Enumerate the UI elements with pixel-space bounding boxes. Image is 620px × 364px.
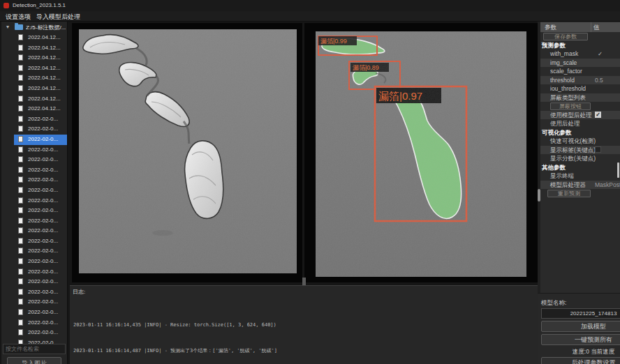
tree-item-label: 2022.04.12...	[28, 75, 61, 81]
checkbox-unchecked[interactable]	[595, 146, 601, 153]
tree-item[interactable]: 2022-02-0...	[1, 196, 67, 206]
tree-item[interactable]: 2022-02-0...	[1, 318, 67, 328]
tree-item[interactable]: 2022-02-0...	[1, 145, 67, 156]
param-row-scale-factor[interactable]: scale_factor	[540, 67, 620, 76]
params-header-name: 参数	[545, 24, 556, 32]
file-icon	[18, 268, 23, 275]
params-right-scrollbar-thumb[interactable]	[617, 162, 619, 178]
file-icon	[18, 167, 23, 173]
tree-item[interactable]: 2022-02-0...	[1, 277, 67, 287]
param-section-visualization: 可视化参数	[540, 128, 620, 137]
checkbox-checked[interactable]: ✓	[595, 112, 601, 118]
params-header-value: 值	[593, 24, 600, 32]
file-icon	[18, 227, 23, 234]
tree-item[interactable]: 2022-02-0...	[1, 185, 67, 196]
tree-item[interactable]: 2022-02-0...	[1, 246, 67, 257]
tree-item[interactable]: 2022-02-0...	[1, 124, 67, 135]
param-row-threshold[interactable]: threshold0.5	[540, 76, 620, 85]
predict-all-button[interactable]: 一键预测所有	[541, 334, 620, 345]
tree-root-label: Z:/5-标注数据/...	[26, 24, 66, 31]
menu-item-import-postprocess[interactable]: 导入模型后处理	[36, 13, 80, 22]
tree-item[interactable]: 2022-02-0...	[1, 216, 67, 227]
file-icon	[18, 187, 23, 193]
file-icon	[18, 278, 23, 285]
tree-item[interactable]: 2022.04.12...	[1, 43, 67, 54]
tree-item[interactable]: 2022-02-0...	[1, 257, 67, 267]
param-row-img-scale[interactable]: img_scale	[540, 59, 620, 68]
tree-item-label: 2022-02-0...	[28, 197, 58, 204]
param-row-show-labels[interactable]: 显示标签(关键点)	[540, 146, 620, 155]
tree-item-label: 2022-02-0...	[28, 176, 58, 183]
tree-item-label: 2022-02-0...	[28, 136, 58, 142]
save-params-button[interactable]: 保存参数	[543, 33, 588, 40]
tree-item[interactable]: 2022-02-0...	[1, 287, 67, 298]
file-icon	[18, 54, 23, 61]
splitter-handle[interactable]	[302, 278, 306, 285]
postprocess-settings-button[interactable]: 后处理参数设置	[541, 357, 620, 364]
tree-item[interactable]: 2022.04.12...	[1, 53, 67, 63]
search-input[interactable]	[3, 344, 66, 354]
model-name-label: 模型名称:	[541, 299, 566, 308]
tree-item-label: 2022.04.12...	[28, 34, 61, 40]
tree-item[interactable]: 2022-02-0...	[1, 114, 67, 125]
tree-item[interactable]: 2022-02-0...	[1, 206, 67, 216]
file-icon	[18, 105, 23, 112]
chevron-down-icon[interactable]: ▾	[6, 24, 9, 30]
tree-item[interactable]: 2022.04.12...	[1, 104, 67, 114]
tree-item[interactable]: 2022-02-0...	[1, 308, 67, 318]
tree-item-label: 2022-02-0...	[28, 258, 58, 264]
model-name-field[interactable]: 20221225_174813	[541, 308, 620, 319]
tree-item[interactable]: 2022.04.12...	[1, 94, 67, 105]
param-row-mask-button: 屏蔽按钮	[540, 102, 620, 111]
tree-item-label: 2022-02-0...	[28, 289, 58, 295]
param-row-show-scores[interactable]: 显示分数(关键点)	[540, 154, 620, 163]
param-row-mask-type-list[interactable]: 屏蔽类型列表	[540, 93, 620, 103]
original-image-panel[interactable]	[72, 23, 302, 282]
param-row-use-model-postprocess[interactable]: 使用模型后处理✓	[540, 111, 620, 120]
threshold-value[interactable]: 0.5	[595, 76, 603, 85]
import-images-button[interactable]: 导入图片	[7, 357, 61, 364]
param-row-show-terminal[interactable]: 显示终端	[540, 172, 620, 181]
tree-item[interactable]: 2022-02-0...	[1, 135, 67, 145]
title-bar: Detection_2023.1.5.1	[0, 0, 620, 11]
speed-status: 速度:0 当前速度	[541, 348, 620, 356]
mask-button[interactable]: 屏蔽按钮	[550, 103, 591, 110]
app-icon	[3, 3, 9, 8]
repredict-button[interactable]: 重新预测	[547, 190, 591, 197]
tree-item[interactable]: 2022.04.12...	[1, 73, 67, 84]
param-row-save: 保存参数	[540, 32, 620, 41]
load-model-button[interactable]: 加载模型	[541, 321, 620, 332]
tree-item[interactable]: 2022.04.12...	[1, 63, 67, 74]
file-icon	[18, 329, 23, 335]
tree-item[interactable]: 2022.04.12...	[1, 84, 67, 94]
menu-item-settings[interactable]: 设置选项	[6, 13, 31, 22]
param-row-model-postprocessor[interactable]: 模型后处理器MaskPostPro	[540, 181, 620, 190]
tree-item[interactable]: 2022-02-0...	[1, 155, 67, 165]
file-icon	[18, 197, 23, 204]
tree-item[interactable]: 2022.04.12...	[1, 33, 67, 43]
param-row-fast-visualization[interactable]: 快速可视化(检测)	[540, 137, 620, 146]
param-section-other: 其他参数	[540, 163, 620, 172]
tree-item[interactable]: 2022-02-0...	[1, 328, 67, 338]
tree-item[interactable]: 2022-02-0...	[1, 226, 67, 236]
param-row-use-postprocess[interactable]: 使用后处理	[540, 119, 620, 128]
tree-item[interactable]: 2022-02-0...	[1, 236, 67, 247]
param-row-repredict: 重新预测	[540, 189, 620, 198]
original-image	[79, 29, 297, 273]
param-row-iou-threshold[interactable]: iou_threshold	[540, 84, 620, 93]
file-icon	[18, 176, 23, 183]
tree-item-label: 2022-02-0...	[28, 268, 58, 275]
tree-item[interactable]: 2022-02-0...	[1, 297, 67, 308]
tree-item-label: 2022-02-0...	[28, 248, 58, 254]
file-icon	[18, 146, 23, 153]
param-row-with-mask[interactable]: with_mask✓	[540, 50, 620, 59]
tree-item-label: 2022.04.12...	[28, 85, 61, 91]
tree-item[interactable]: 2022-02-0...	[1, 175, 67, 185]
tree-item[interactable]: 2022-02-0...	[1, 165, 67, 176]
tree-item[interactable]: 2022-02-0	[1, 338, 67, 344]
tree-root[interactable]: ▾ Z:/5-标注数据/...	[1, 23, 67, 32]
param-section-predict: 预测参数	[540, 41, 620, 50]
tree-item[interactable]: 2022-02-0...	[1, 267, 67, 278]
prediction-image-panel[interactable]: 漏箔|0.99 漏箔|0.89 漏箔|0.97	[304, 23, 538, 282]
tree-item-label: 2022-02-0...	[28, 298, 58, 305]
